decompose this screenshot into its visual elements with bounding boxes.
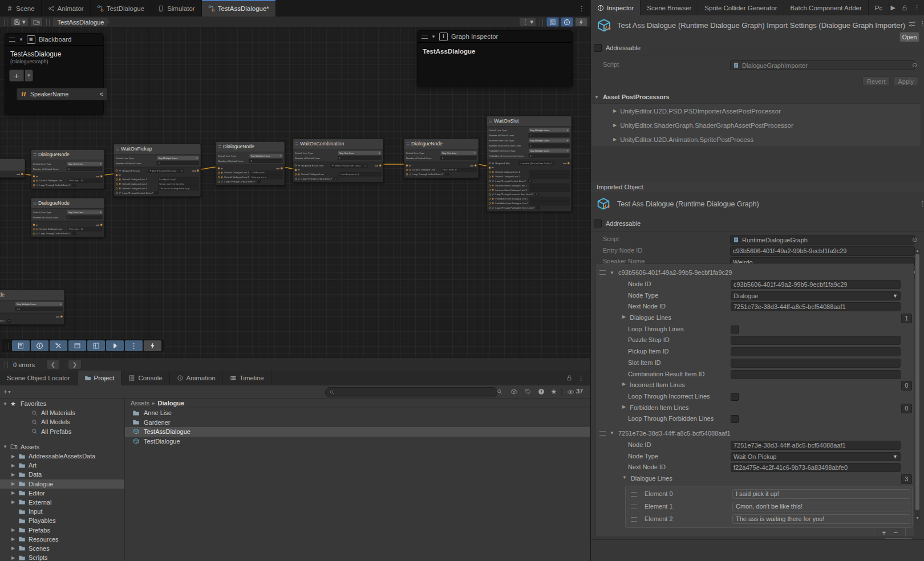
tree-folder-scenes[interactable]: ▶Scenes — [0, 544, 124, 553]
graph-options-button[interactable]: ⋮▾ — [519, 17, 536, 27]
node-text-field[interactable]: Post boy... W — [68, 179, 103, 183]
asset-item-testdialogue[interactable]: TestDialogue — [125, 437, 590, 446]
port-icon[interactable] — [116, 169, 118, 172]
node-text-field[interactable]: Cmon, don't be like this! — [158, 182, 199, 186]
property-value-field[interactable] — [731, 336, 901, 345]
next-error-button[interactable]: ❯ — [68, 360, 82, 369]
tree-folder-editor[interactable]: ▶Editor — [0, 489, 124, 498]
filter-by-label-button[interactable] — [524, 387, 533, 396]
foldout-open-icon[interactable]: ▼ — [610, 430, 614, 436]
node-dropdown[interactable]: Say Multiple Lines▾ — [157, 156, 198, 160]
drag-handle-icon[interactable] — [631, 492, 637, 497]
asset-item-testassdialogue[interactable]: TestAssDialogue — [125, 427, 590, 437]
node-text-field[interactable]: I said pick it up! — [158, 177, 199, 181]
create-asset-dropdown-icon[interactable]: ▾ — [8, 389, 10, 395]
port-icon[interactable] — [489, 185, 491, 187]
bottom-tab-project[interactable]: Project — [78, 371, 122, 385]
port-icon[interactable] — [218, 167, 220, 169]
tree-assets[interactable]: ▼Assets — [0, 442, 124, 452]
node-text-field[interactable] — [530, 184, 570, 188]
tree-item-all-models[interactable]: All Models — [0, 417, 124, 426]
node-number-field[interactable]: 2 — [529, 154, 570, 158]
out-port[interactable]: out — [375, 164, 381, 167]
tree-folder-resources[interactable]: ▶Resources — [0, 535, 124, 544]
port-icon[interactable] — [33, 175, 35, 177]
open-asset-button[interactable]: Open — [899, 32, 919, 42]
node-text-field[interactable]: I need my meat :) — [339, 172, 382, 176]
node-dropdown[interactable]: Say Multiple Lines▾ — [529, 149, 569, 153]
out-port[interactable]: out — [96, 175, 102, 178]
more-tools-button[interactable]: ⋮ — [125, 340, 143, 351]
window-tab-Animator[interactable]: Animator — [42, 0, 91, 17]
node-number-field[interactable]: 1 — [67, 167, 103, 171]
graph-node-dialoguenode[interactable]: DialogueNodeDefault Line TypeSay One Lin… — [404, 139, 479, 178]
object-field[interactable]: bonfire (Pickup Item Data)⊙ — [519, 161, 554, 165]
port-icon[interactable] — [33, 180, 35, 182]
port-icon[interactable] — [116, 174, 118, 176]
port-icon[interactable] — [489, 207, 491, 209]
window-tab-Simulator[interactable]: Simulator — [151, 0, 202, 17]
node-text-field[interactable]: Ohhhh yeah, — [250, 171, 283, 175]
graph-inspector-titlebar[interactable]: ▼ i Graph Inspector — [418, 31, 572, 43]
lock-icon[interactable] — [901, 5, 908, 11]
bottom-tab-console[interactable]: Console — [121, 371, 169, 385]
node-dropdown[interactable]: Say One Line▾ — [441, 151, 477, 155]
port-icon[interactable] — [116, 192, 118, 194]
foldout-icon[interactable]: ▶ — [10, 463, 16, 468]
tree-folder-data[interactable]: ▶Data — [0, 470, 124, 479]
hidden-packages-button[interactable] — [509, 387, 518, 396]
graph-debug-button[interactable] — [575, 17, 587, 27]
foldout[interactable]: ▶Dialogue Lines — [622, 314, 671, 321]
port-icon[interactable] — [218, 176, 220, 178]
inspector-tab-scene-browser[interactable]: Scene Browser — [641, 0, 698, 15]
port-icon[interactable] — [475, 164, 477, 166]
port-icon[interactable] — [489, 202, 491, 205]
node-titlebar[interactable]: DialogueNode — [0, 290, 64, 300]
addressable-checkbox[interactable] — [594, 44, 602, 52]
node-text-field[interactable]: Nice, that's it! — [441, 168, 477, 172]
lock-icon[interactable] — [566, 375, 573, 381]
tree-folder-scripts[interactable]: ▶Scripts — [0, 553, 124, 561]
port-icon[interactable] — [218, 181, 220, 183]
property-value-field[interactable]: f22a475e-4c2f-41c6-9b73-6a83498abfe0 — [731, 463, 901, 472]
node-checkbox[interactable]: ✓ — [528, 180, 531, 182]
window-tabbar-menu-icon[interactable]: ⋮ — [574, 5, 590, 13]
foldout-icon[interactable]: ▶ — [10, 454, 16, 459]
graph-node-dialoguenode[interactable]: DialogueNodeDefault Line TypeSay Multipl… — [0, 290, 64, 325]
play-tool-button[interactable] — [106, 340, 124, 351]
property-checkbox[interactable] — [731, 326, 739, 334]
visible-count-eye-icon[interactable] — [566, 387, 575, 396]
port-icon[interactable] — [33, 184, 35, 186]
graph-node-dialoguenode[interactable]: DialogueNodeDefault Line TypeSay One Lin… — [31, 198, 104, 237]
node-number-field[interactable]: 1 — [338, 156, 382, 160]
inspector-tab-pc[interactable]: Pc — [869, 0, 889, 15]
debug-tool-button[interactable] — [144, 340, 161, 351]
node-entry-header[interactable]: ▼7251e73e-38d3-44ff-a8c5-bcf54088aaf1 — [596, 425, 914, 440]
tree-folder-external[interactable]: ▶External — [0, 498, 124, 507]
node-number-field[interactable]: 1 — [67, 216, 103, 219]
prev-error-button[interactable]: ❮ — [46, 360, 60, 369]
node-dropdown[interactable]: Say One Line▾ — [67, 210, 103, 214]
node-text-field[interactable] — [530, 201, 570, 205]
tree-folder-dialogue[interactable]: ▶Dialogue — [0, 479, 124, 489]
property-value-field[interactable] — [731, 359, 901, 368]
object-field[interactable]: Ass (Pickup Item Data)⊙ — [148, 169, 184, 173]
node-checkbox[interactable] — [72, 184, 75, 186]
node-titlebar[interactable]: StartNode — [0, 159, 25, 171]
asset-item-anne-lise[interactable]: Anne Lise — [125, 408, 590, 418]
property-value-field[interactable]: c93b5606-401f-49a2-99b5-9ecbf1fa9c29 — [730, 246, 915, 256]
graph-canvas[interactable]: StartNodeSpeakerNameoutDialogueNodeDefau… — [0, 27, 590, 357]
inspector-tab-inspector[interactable]: Inspector — [591, 0, 641, 15]
foldout[interactable]: ▼Dialogue Lines — [622, 475, 672, 482]
drag-handle-icon[interactable] — [631, 505, 637, 509]
inspector-tab-sprite-collider-generator[interactable]: Sprite Collider Generator — [698, 0, 784, 15]
graph-node-dialoguenode[interactable]: DialogueNodeDefault Line TypeSay Multipl… — [216, 141, 285, 185]
tab-scroll-right-icon[interactable]: ▶ — [891, 4, 895, 11]
graph-node-startnode[interactable]: StartNodeSpeakerNameout — [0, 158, 25, 178]
element-value-field[interactable]: Cmon, don't be like this! — [732, 502, 910, 511]
port-icon[interactable] — [33, 233, 35, 235]
property-value-field[interactable]: 7251e73e-38d3-44ff-a8c5-bcf54088aaf1 — [731, 302, 901, 311]
search-by-type-button[interactable] — [495, 387, 504, 396]
node-titlebar[interactable]: WaitOnCombination — [293, 139, 383, 149]
inspector-tab-batch-component-adder[interactable]: Batch Component Adder — [784, 0, 869, 15]
